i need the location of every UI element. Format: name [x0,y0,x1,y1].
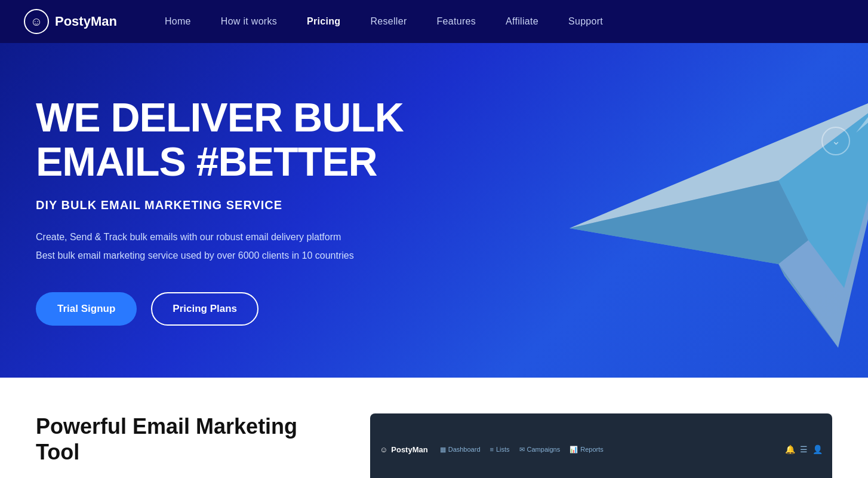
below-hero-text: Powerful Email Marketing Tool [36,413,334,465]
below-hero-section: Powerful Email Marketing Tool ☺ PostyMan… [0,378,868,478]
section-title: Powerful Email Marketing Tool [36,413,334,465]
scroll-hint[interactable]: ⌄ [821,127,850,155]
hero-section: WE DELIVER BULK EMAILS #BETTER DIY BULK … [0,43,868,378]
nav-home[interactable]: Home [165,16,191,26]
dashboard-nav-reports: 📊 Reports [570,446,604,454]
dashboard-nav-lists: ≡ Lists [490,446,510,454]
logo-link[interactable]: ☺ PostyMan [24,9,117,34]
navigation: ☺ PostyMan Home How it works Pricing Res… [0,0,868,43]
bell-icon: 🔔 [785,445,795,454]
trial-signup-button[interactable]: Trial Signup [36,292,137,326]
hero-description: Create, Send & Track bulk emails with ou… [36,229,404,263]
hero-subtitle: DIY BULK EMAIL MARKETING SERVICE [36,198,404,212]
nav-how-it-works[interactable]: How it works [221,16,277,26]
dashboard-nav-dashboard: ▦ Dashboard [440,446,481,454]
nav-support[interactable]: Support [568,16,603,26]
pricing-plans-button[interactable]: Pricing Plans [151,292,258,326]
dashboard-nav-campaigns: ✉ Campaigns [519,446,561,454]
nav-reseller[interactable]: Reseller [370,16,407,26]
hero-buttons: Trial Signup Pricing Plans [36,292,404,326]
dashboard-preview: ☺ PostyMan ▦ Dashboard ≡ Lists ✉ Campaig… [370,413,832,478]
nav-features[interactable]: Features [437,16,476,26]
nav-pricing[interactable]: Pricing [307,16,340,26]
hero-content: WE DELIVER BULK EMAILS #BETTER DIY BULK … [36,95,404,326]
dashboard-nav: ▦ Dashboard ≡ Lists ✉ Campaigns 📊 Report… [440,446,773,454]
dashboard-logo-icon: ☺ [380,445,387,454]
dashboard-logo: ☺ PostyMan [380,445,428,454]
logo-text: PostyMan [55,14,117,29]
nav-affiliate[interactable]: Affiliate [506,16,538,26]
hero-title: WE DELIVER BULK EMAILS #BETTER [36,95,404,185]
menu-icon: ☰ [800,445,808,454]
dashboard-logo-text: PostyMan [391,445,427,454]
nav-links: Home How it works Pricing Reseller Featu… [165,16,603,27]
user-icon: 👤 [812,445,823,454]
hero-illustration [450,61,868,360]
logo-icon: ☺ [24,9,49,34]
dashboard-icons: 🔔 ☰ 👤 [785,445,823,454]
